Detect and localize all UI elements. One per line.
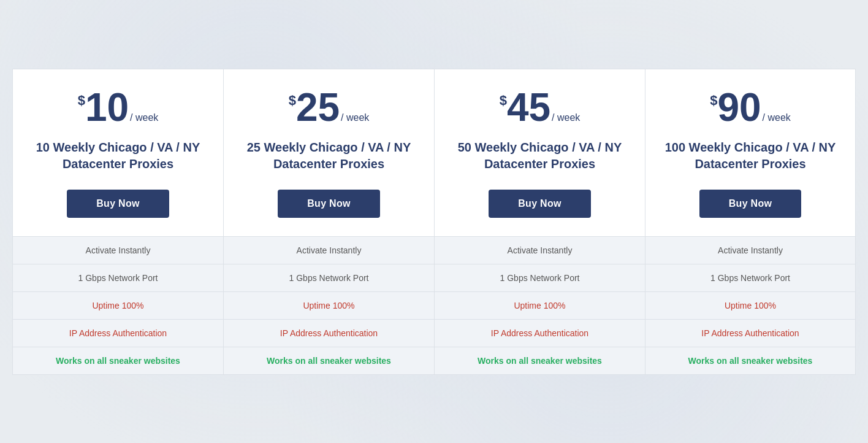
- plan-title: 25 Weekly Chicago / VA / NY Datacenter P…: [236, 139, 422, 172]
- feature-network: 1 Gbps Network Port: [435, 264, 645, 292]
- price-number: 10: [85, 88, 129, 127]
- card-features: Activate Instantly 1 Gbps Network Port U…: [645, 236, 855, 374]
- buy-now-button[interactable]: Buy Now: [278, 190, 380, 218]
- pricing-card-90: $ 90 / week 100 Weekly Chicago / VA / NY…: [645, 69, 856, 375]
- feature-uptime: Uptime 100%: [13, 292, 223, 320]
- price-row: $ 45 / week: [500, 88, 581, 127]
- price-period: / week: [763, 112, 791, 123]
- price-number: 90: [717, 88, 761, 127]
- pricing-card-45: $ 45 / week 50 Weekly Chicago / VA / NY …: [434, 69, 645, 375]
- card-features: Activate Instantly 1 Gbps Network Port U…: [435, 236, 645, 374]
- feature-sneaker: Works on all sneaker websites: [435, 347, 645, 374]
- feature-activate: Activate Instantly: [435, 237, 645, 264]
- price-symbol: $: [78, 93, 85, 109]
- feature-network: 1 Gbps Network Port: [645, 264, 855, 292]
- pricing-grid: $ 10 / week 10 Weekly Chicago / VA / NY …: [12, 69, 856, 375]
- card-top-25: $ 25 / week 25 Weekly Chicago / VA / NY …: [224, 69, 434, 236]
- plan-title: 50 Weekly Chicago / VA / NY Datacenter P…: [447, 139, 633, 172]
- feature-sneaker: Works on all sneaker websites: [645, 347, 855, 374]
- plan-title: 100 Weekly Chicago / VA / NY Datacenter …: [658, 139, 843, 172]
- buy-now-button[interactable]: Buy Now: [489, 190, 591, 218]
- feature-sneaker: Works on all sneaker websites: [13, 347, 223, 374]
- price-period: / week: [130, 112, 158, 123]
- card-top-10: $ 10 / week 10 Weekly Chicago / VA / NY …: [13, 69, 223, 236]
- feature-uptime: Uptime 100%: [435, 292, 645, 320]
- feature-sneaker: Works on all sneaker websites: [224, 347, 434, 374]
- feature-uptime: Uptime 100%: [224, 292, 434, 320]
- price-number: 25: [296, 88, 340, 127]
- feature-activate: Activate Instantly: [645, 237, 855, 264]
- price-symbol: $: [500, 93, 507, 109]
- price-row: $ 25 / week: [289, 88, 370, 127]
- feature-network: 1 Gbps Network Port: [13, 264, 223, 292]
- plan-title: 10 Weekly Chicago / VA / NY Datacenter P…: [25, 139, 211, 172]
- feature-ip-auth: IP Address Authentication: [645, 320, 855, 347]
- feature-activate: Activate Instantly: [13, 237, 223, 264]
- card-top-90: $ 90 / week 100 Weekly Chicago / VA / NY…: [645, 69, 855, 236]
- card-top-45: $ 45 / week 50 Weekly Chicago / VA / NY …: [435, 69, 645, 236]
- feature-ip-auth: IP Address Authentication: [13, 320, 223, 347]
- card-features: Activate Instantly 1 Gbps Network Port U…: [13, 236, 223, 374]
- feature-ip-auth: IP Address Authentication: [224, 320, 434, 347]
- feature-uptime: Uptime 100%: [645, 292, 855, 320]
- price-row: $ 90 / week: [710, 88, 791, 127]
- pricing-card-25: $ 25 / week 25 Weekly Chicago / VA / NY …: [223, 69, 434, 375]
- price-symbol: $: [289, 93, 296, 109]
- feature-activate: Activate Instantly: [224, 237, 434, 264]
- buy-now-button[interactable]: Buy Now: [699, 190, 802, 218]
- feature-ip-auth: IP Address Authentication: [435, 320, 645, 347]
- price-period: / week: [341, 112, 369, 123]
- feature-network: 1 Gbps Network Port: [224, 264, 434, 292]
- buy-now-button[interactable]: Buy Now: [67, 190, 169, 218]
- card-features: Activate Instantly 1 Gbps Network Port U…: [224, 236, 434, 374]
- price-period: / week: [552, 112, 580, 123]
- price-symbol: $: [710, 93, 717, 109]
- price-number: 45: [507, 88, 550, 127]
- pricing-card-10: $ 10 / week 10 Weekly Chicago / VA / NY …: [12, 69, 223, 375]
- price-row: $ 10 / week: [78, 88, 159, 127]
